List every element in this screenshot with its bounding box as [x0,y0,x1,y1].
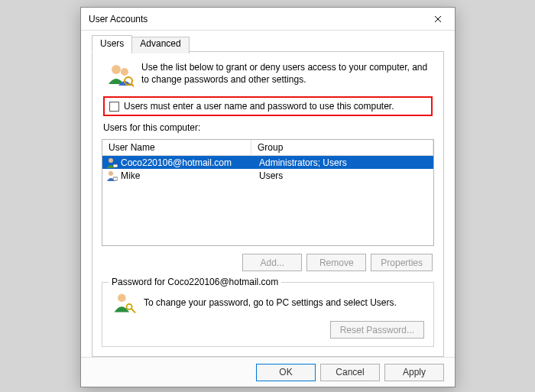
reset-password-button[interactable]: Reset Password... [330,321,424,339]
close-button[interactable] [420,8,455,30]
table-row[interactable]: Coco220106@hotmail.com Administrators; U… [102,156,433,169]
cell-username: Mike [121,170,140,181]
window-title: User Accounts [89,14,420,24]
svg-point-1 [121,68,128,76]
client-area: Users Advanced Use the list below to gra… [81,31,455,357]
ok-button[interactable]: OK [256,364,316,381]
close-icon [434,15,442,23]
user-key-icon [112,290,136,315]
list-label: Users for this computer: [102,122,434,133]
password-group: Password for Coco220106@hotmail.com To c… [102,282,434,347]
cell-username: Coco220106@hotmail.com [121,157,232,168]
dialog-footer: OK Cancel Apply [81,357,455,387]
svg-rect-7 [113,177,118,180]
require-login-label: Users must enter a user name and passwor… [124,101,394,112]
column-group[interactable]: Group [251,140,433,155]
user-icon [105,157,118,169]
table-row[interactable]: Mike Users [102,169,433,182]
require-login-checkbox[interactable] [109,102,119,112]
svg-point-9 [127,304,132,309]
apply-button[interactable]: Apply [384,364,444,381]
user-accounts-dialog: User Accounts Users Advanced Use the lis… [80,7,456,387]
require-login-highlight: Users must enter a user name and passwor… [103,96,433,116]
svg-point-8 [118,293,126,302]
cancel-button[interactable]: Cancel [320,364,380,381]
svg-point-6 [109,171,113,176]
column-username[interactable]: User Name [102,140,251,155]
svg-point-4 [109,158,113,163]
list-buttons: Add... Remove Properties [102,252,434,271]
tab-advanced[interactable]: Advanced [131,37,189,53]
svg-rect-5 [113,164,118,167]
users-panel: Use the list below to grant or deny user… [92,52,444,357]
cell-group: Users [259,170,283,181]
password-group-label: Password for Coco220106@hotmail.com [109,277,281,287]
users-listview[interactable]: User Name Group Coco220106@hotmail.com A… [102,139,434,246]
remove-button[interactable]: Remove [306,254,366,271]
user-icon [105,170,118,182]
add-button[interactable]: Add... [242,254,302,271]
svg-point-0 [112,65,121,74]
password-text: To change your password, go to PC settin… [144,297,424,308]
list-body: Coco220106@hotmail.com Administrators; U… [102,156,433,245]
tabstrip: Users Advanced [92,35,444,52]
titlebar: User Accounts [81,8,455,31]
properties-button[interactable]: Properties [371,254,433,271]
tab-users[interactable]: Users [92,35,132,52]
intro-row: Use the list below to grant or deny user… [102,60,434,90]
list-header: User Name Group [102,140,433,156]
svg-line-3 [131,83,134,86]
intro-text: Use the list below to grant or deny user… [141,61,430,86]
cell-group: Administrators; Users [259,157,347,168]
users-icon [106,61,134,89]
